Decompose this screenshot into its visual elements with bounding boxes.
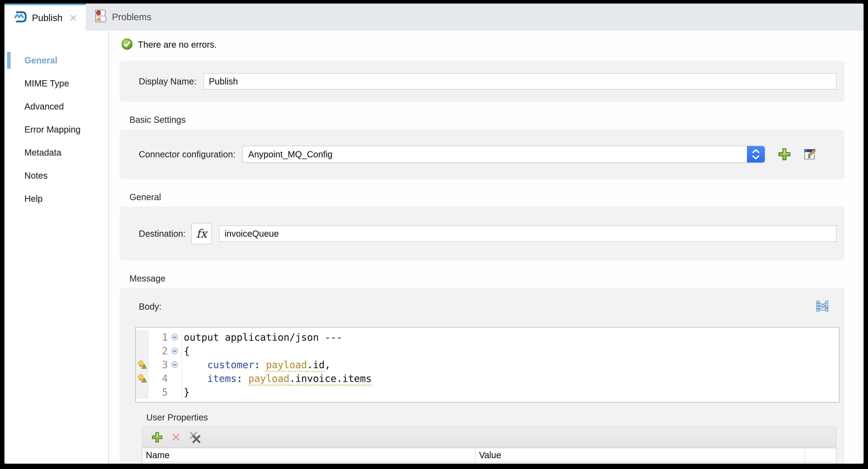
screenshot-frame: Publish ✕ Problems GeneralMIME Ty bbox=[0, 0, 868, 469]
properties-editor-window: Publish ✕ Problems GeneralMIME Ty bbox=[4, 4, 864, 464]
sidebar-item-label: General bbox=[24, 55, 57, 65]
line-number: 5 bbox=[149, 386, 168, 398]
editor-tab-bar: Publish ✕ Problems bbox=[4, 4, 864, 31]
destination-label: Destination: bbox=[139, 229, 186, 239]
destination-input[interactable] bbox=[219, 225, 837, 242]
problems-view-icon bbox=[95, 9, 107, 25]
gutter-marker bbox=[136, 385, 149, 399]
general-panel: Destination: fx bbox=[120, 207, 844, 261]
message-section-title: Message bbox=[129, 274, 864, 283]
fold-collapse-icon[interactable] bbox=[168, 348, 182, 354]
sidebar-item-metadata[interactable]: Metadata bbox=[4, 141, 108, 164]
validation-status: There are no errors. bbox=[121, 38, 864, 51]
property-value-cell: 'jwt' bbox=[475, 462, 805, 464]
line-number: 3 bbox=[149, 359, 168, 370]
code-line[interactable]: 3 customer: payload.id, bbox=[136, 358, 839, 372]
edit-config-icon[interactable] bbox=[804, 147, 818, 161]
code-line[interactable]: 2{ bbox=[136, 344, 839, 358]
tab-label: Publish bbox=[32, 12, 63, 23]
table-row[interactable]: AUTH_TYPE'jwt' bbox=[142, 462, 836, 464]
sidebar-item-label: Advanced bbox=[24, 101, 64, 112]
green-check-icon bbox=[121, 38, 132, 51]
gutter-marker bbox=[136, 330, 149, 344]
spacer-cell bbox=[805, 462, 836, 464]
table-column-header: Name bbox=[142, 448, 475, 462]
connector-config-value: Anypoint_MQ_Config bbox=[243, 149, 747, 159]
code-line[interactable]: 5} bbox=[136, 385, 839, 399]
sidebar-item-notes[interactable]: Notes bbox=[4, 164, 108, 187]
close-icon[interactable]: ✕ bbox=[70, 13, 77, 23]
combo-stepper-icon[interactable] bbox=[747, 146, 765, 162]
delete-all-properties-icon[interactable] bbox=[189, 431, 201, 443]
general-section-title: General bbox=[129, 192, 864, 202]
sidebar-item-general[interactable]: General bbox=[4, 49, 108, 72]
user-properties-title: User Properties bbox=[146, 412, 840, 423]
connector-config-select[interactable]: Anypoint_MQ_Config bbox=[242, 146, 765, 163]
sidebar-item-advanced[interactable]: Advanced bbox=[4, 95, 108, 118]
body-label: Body: bbox=[139, 302, 816, 312]
table-column-header: Value bbox=[475, 448, 805, 462]
line-number: 2 bbox=[149, 345, 168, 356]
tab-publish[interactable]: Publish ✕ bbox=[4, 4, 86, 31]
delete-property-icon[interactable]: ✕ bbox=[171, 431, 181, 444]
fold-collapse-icon[interactable] bbox=[168, 361, 182, 368]
fx-expression-button[interactable]: fx bbox=[191, 223, 212, 244]
tab-label: Problems bbox=[112, 12, 151, 22]
code-text: items: payload.invoice.items bbox=[182, 372, 839, 385]
display-name-label: Display Name: bbox=[139, 76, 196, 87]
user-properties-toolbar: ✕ bbox=[142, 427, 837, 448]
status-message: There are no errors. bbox=[138, 40, 217, 50]
sidebar-item-label: Help bbox=[24, 194, 42, 204]
dataweave-body-editor[interactable]: 1output application/json ---2{3 customer… bbox=[135, 327, 840, 403]
property-name-cell: AUTH_TYPE bbox=[142, 462, 475, 464]
gutter-marker bbox=[136, 344, 149, 358]
connector-config-label: Connector configuration: bbox=[139, 149, 236, 159]
display-name-input[interactable] bbox=[204, 73, 837, 90]
basic-settings-title: Basic Settings bbox=[129, 115, 864, 125]
sidebar-item-label: Metadata bbox=[24, 148, 61, 158]
sidebar-item-error-mapping[interactable]: Error Mapping bbox=[4, 118, 108, 141]
sidebar-item-help[interactable]: Help bbox=[4, 187, 108, 210]
mule-flow-icon bbox=[13, 10, 27, 26]
code-text: } bbox=[182, 385, 839, 399]
code-text: output application/json --- bbox=[182, 330, 839, 344]
properties-content: There are no errors. Display Name: Basic… bbox=[109, 31, 864, 464]
message-panel: Body: bbox=[120, 288, 844, 464]
display-name-panel: Display Name: bbox=[120, 61, 844, 102]
dataweave-transform-icon[interactable] bbox=[816, 300, 829, 313]
line-number: 4 bbox=[149, 373, 168, 384]
basic-settings-panel: Connector configuration: Anypoint_MQ_Con… bbox=[120, 129, 844, 179]
code-text: customer: payload.id, bbox=[182, 358, 839, 372]
table-column-header bbox=[805, 448, 836, 462]
fold-collapse-icon[interactable] bbox=[168, 334, 182, 340]
tab-problems[interactable]: Problems bbox=[86, 4, 160, 31]
warning-marker-icon[interactable] bbox=[136, 372, 149, 385]
sidebar-item-label: Error Mapping bbox=[24, 125, 81, 134]
code-line[interactable]: 1output application/json --- bbox=[136, 330, 839, 344]
line-number: 1 bbox=[149, 332, 168, 343]
properties-sidebar: GeneralMIME TypeAdvancedError MappingMet… bbox=[4, 31, 109, 464]
add-config-icon[interactable] bbox=[778, 147, 791, 161]
sidebar-item-label: MIME Type bbox=[24, 79, 69, 88]
sidebar-item-mime-type[interactable]: MIME Type bbox=[4, 72, 108, 95]
editor-body: GeneralMIME TypeAdvancedError MappingMet… bbox=[4, 31, 864, 464]
user-properties-table: NameValue AUTH_TYPE'jwt'AUTH_TOKENattrib… bbox=[142, 448, 837, 464]
sidebar-item-label: Notes bbox=[24, 171, 48, 181]
code-line[interactable]: 4 items: payload.invoice.items bbox=[136, 372, 839, 385]
warning-marker-icon[interactable] bbox=[136, 358, 149, 372]
add-property-icon[interactable] bbox=[151, 431, 163, 443]
code-text: { bbox=[182, 344, 839, 358]
